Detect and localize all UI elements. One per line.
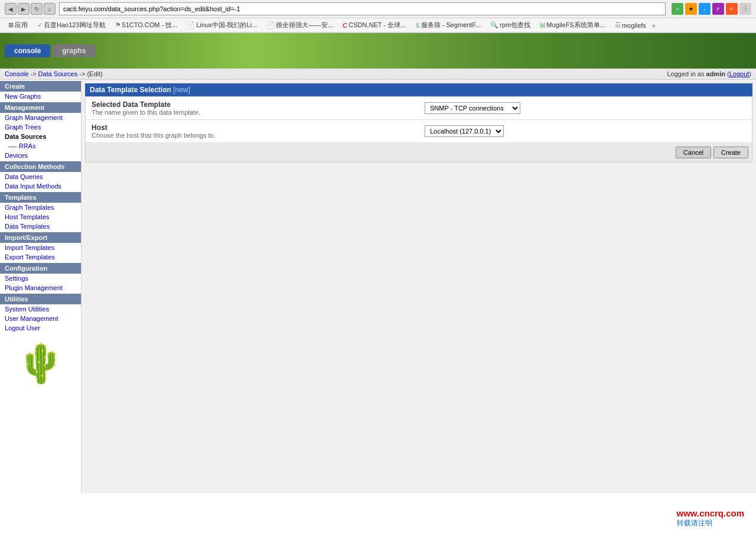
sidebar-create-header: Create: [0, 81, 81, 92]
app-header: console graphs: [0, 33, 756, 69]
button-row: Cancel Create: [85, 143, 752, 162]
host-label-cell: Host Choose the host that this graph bel…: [86, 120, 419, 143]
sidebar-item-host-templates[interactable]: Host Templates: [0, 212, 81, 222]
breadcrumb-console-link[interactable]: Console: [5, 70, 28, 77]
sidebar-import-export-header: Import/Export: [0, 232, 81, 243]
panel-header: Data Template Selection [new]: [85, 83, 752, 96]
selected-data-template-desc: The name given to this data template.: [92, 109, 413, 116]
tab-graphs[interactable]: graphs: [53, 44, 95, 57]
bookmark-sf[interactable]: S 服务筛 - SegmentF...: [412, 20, 484, 31]
login-info: Logged in as admin (Logout): [667, 70, 751, 77]
sidebar-item-user-management[interactable]: User Management: [0, 314, 81, 323]
bookmark-51cto[interactable]: ⚑ 51CTO.COM - 技...: [112, 20, 181, 31]
sidebar-item-system-utilities[interactable]: System Utilities: [0, 304, 81, 314]
rpm-icon: 🔍: [490, 21, 498, 29]
sidebar-item-graph-management[interactable]: Graph Management: [0, 113, 81, 122]
selected-data-template-input-cell: SNMP - TCP connections SNMP - Interface …: [419, 97, 752, 120]
51cto-icon: ⚑: [115, 21, 121, 29]
new-badge: [new]: [173, 86, 190, 94]
host-select[interactable]: Localhost (127.0.0.1) Remote Host: [425, 125, 504, 137]
address-input[interactable]: [59, 2, 666, 15]
logout-link[interactable]: Logout: [729, 70, 750, 77]
sidebar-item-export-templates[interactable]: Export Templates: [0, 252, 81, 262]
mogilefs-icon: ☰: [615, 21, 621, 29]
bookmark-rpm[interactable]: 🔍 rpm包查找: [487, 20, 534, 31]
host-label: Host: [92, 124, 413, 132]
refresh-button[interactable]: ↻: [31, 3, 43, 15]
sf-icon: S: [415, 22, 419, 29]
bookmark-security[interactable]: 📄 很全很强大——安...: [263, 20, 337, 31]
sidebar-utilities-header: Utilities: [0, 294, 81, 304]
back-button[interactable]: ◀: [5, 3, 17, 15]
browser-icon-2: ★: [685, 3, 697, 15]
breadcrumb-datasources-link[interactable]: Data Sources: [38, 70, 78, 77]
cancel-button[interactable]: Cancel: [676, 147, 711, 158]
sidebar-item-data-input-methods[interactable]: Data Input Methods: [0, 181, 81, 191]
tab-console[interactable]: console: [5, 44, 50, 57]
sidebar-item-logout-user[interactable]: Logout User: [0, 323, 81, 333]
sidebar-templates-header: Templates: [0, 192, 81, 203]
mogilefs-simple-icon: M: [540, 22, 545, 29]
browser-icon-3: ↓: [699, 3, 711, 15]
sidebar-item-devices[interactable]: Devices: [0, 151, 81, 160]
bookmarks-more[interactable]: »: [652, 22, 656, 29]
host-row: Host Choose the host that this graph bel…: [86, 120, 752, 143]
sidebar-item-graph-templates[interactable]: Graph Templates: [0, 203, 81, 212]
sidebar-configuration-header: Configuration: [0, 263, 81, 274]
sidebar-item-graph-trees[interactable]: Graph Trees: [0, 122, 81, 132]
csdn-icon: C: [343, 22, 347, 29]
selected-data-template-select[interactable]: SNMP - TCP connections SNMP - Interface …: [425, 102, 520, 114]
doc-icon: 📄: [266, 21, 275, 29]
breadcrumb-current: (Edit): [87, 70, 102, 77]
linux-icon: 📄: [187, 21, 195, 29]
form-table: Selected Data Template The name given to…: [85, 96, 752, 143]
sidebar-management-header: Management: [0, 102, 81, 113]
sidebar-item-new-graphs[interactable]: New Graphs: [0, 92, 81, 101]
cactus-image: 🌵: [0, 333, 81, 394]
browser-icon-4: F: [712, 3, 724, 15]
bookmark-mogilefs[interactable]: ☰ mogilefs: [611, 20, 650, 30]
sidebar-item-rras[interactable]: ---- RRAs: [0, 141, 81, 151]
forward-button[interactable]: ▶: [18, 3, 30, 15]
breadcrumb-bar: Console -> Data Sources -> (Edit) Logged…: [0, 69, 756, 80]
bookmark-hao123[interactable]: ✓ 百度Hao123网址导航: [34, 20, 109, 31]
selected-data-template-label-cell: Selected Data Template The name given to…: [86, 97, 419, 120]
sidebar-item-data-sources[interactable]: Data Sources: [0, 132, 81, 141]
sidebar-item-import-templates[interactable]: Import Templates: [0, 243, 81, 252]
sidebar-item-data-templates[interactable]: Data Templates: [0, 222, 81, 231]
browser-icon-5: F: [726, 3, 738, 15]
create-button[interactable]: Create: [713, 147, 748, 158]
browser-icon-more[interactable]: ⋮: [739, 3, 751, 15]
hao123-icon: ✓: [37, 21, 43, 29]
bookmark-csdn[interactable]: C CSDN.NET - 全球...: [339, 20, 409, 31]
host-desc: Choose the host that this graph belongs …: [92, 132, 413, 139]
selected-data-template-label: Selected Data Template: [92, 100, 413, 109]
bookmark-apps[interactable]: ⊞ 应用: [5, 20, 31, 31]
sidebar-item-plugin-management[interactable]: Plugin Management: [0, 283, 81, 292]
panel-title: Data Template Selection: [90, 86, 171, 94]
bookmark-mogilefs-simple[interactable]: M MogileFS系统简单...: [536, 20, 609, 31]
breadcrumb: Console -> Data Sources -> (Edit): [5, 70, 103, 77]
sidebar: Create New Graphs Management Graph Manag…: [0, 80, 82, 493]
sidebar-item-data-queries[interactable]: Data Queries: [0, 172, 81, 181]
selected-data-template-row: Selected Data Template The name given to…: [86, 97, 752, 120]
browser-icon-1: ✓: [672, 3, 683, 15]
home-button[interactable]: ⌂: [44, 3, 56, 15]
apps-icon: ⊞: [8, 21, 14, 29]
sidebar-collection-methods-header: Collection Methods: [0, 161, 81, 172]
logged-in-user: admin: [706, 70, 725, 77]
host-input-cell: Localhost (127.0.0.1) Remote Host: [419, 120, 752, 143]
bookmark-linux[interactable]: 📄 Linux中国-我们的Li...: [183, 20, 260, 31]
sidebar-item-settings[interactable]: Settings: [0, 274, 81, 283]
